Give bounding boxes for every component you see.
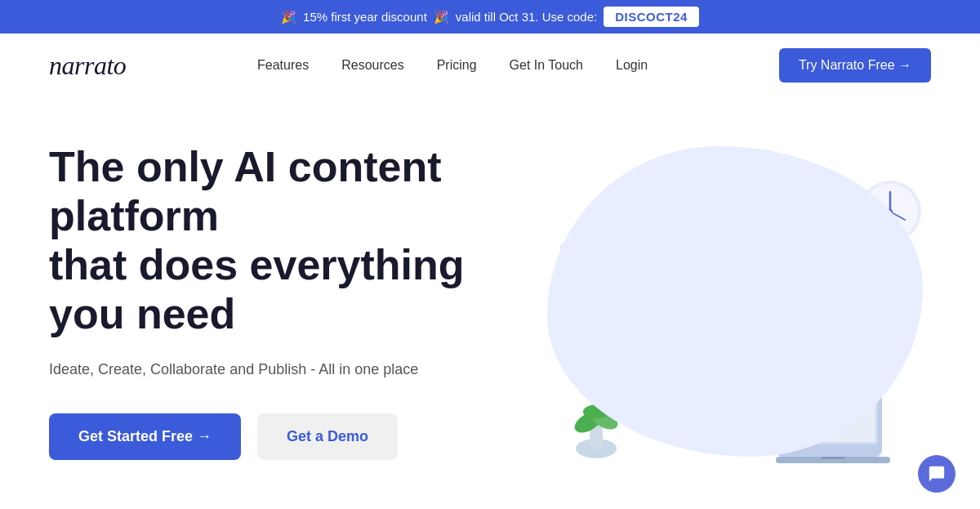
nav-pricing[interactable]: Pricing <box>437 58 477 72</box>
nav-contact[interactable]: Get In Touch <box>510 58 583 72</box>
hero-buttons: Get Started Free → Get a Demo <box>49 413 523 460</box>
announcement-text: 15% first year discount <box>303 10 427 24</box>
logo[interactable]: narrato <box>49 51 126 81</box>
navbar: narrato Features Resources Pricing Get I… <box>0 33 980 97</box>
announcement-bar: 🎉 15% first year discount 🎉 valid till O… <box>0 0 980 33</box>
hero-title: The only AI content platform that does e… <box>49 143 523 338</box>
discount-code-button[interactable]: DISCOCT24 <box>604 7 699 27</box>
get-demo-button[interactable]: Get a Demo <box>257 413 398 460</box>
get-started-button[interactable]: Get Started Free → <box>49 413 241 460</box>
nav-features[interactable]: Features <box>257 58 309 72</box>
nav-resources[interactable]: Resources <box>341 58 403 72</box>
nav-cta-button[interactable]: Try Narrato Free → <box>779 48 931 83</box>
chat-icon <box>928 465 946 483</box>
hero-illustration <box>523 130 947 473</box>
hero-text: The only AI content platform that does e… <box>49 143 523 459</box>
hero-section: The only AI content platform that does e… <box>0 97 980 489</box>
nav-login[interactable]: Login <box>616 58 648 72</box>
announcement-emoji-left: 🎉 <box>281 10 296 25</box>
hero-subtitle: Ideate, Create, Collaborate and Publish … <box>49 359 523 381</box>
announcement-emoji-right: 🎉 <box>434 10 449 25</box>
announcement-valid: valid till Oct 31. Use code: <box>456 10 597 24</box>
background-blob <box>547 146 923 457</box>
svg-rect-4 <box>821 457 845 459</box>
chat-bubble-button[interactable] <box>918 455 956 493</box>
nav-links: Features Resources Pricing Get In Touch … <box>257 58 648 73</box>
